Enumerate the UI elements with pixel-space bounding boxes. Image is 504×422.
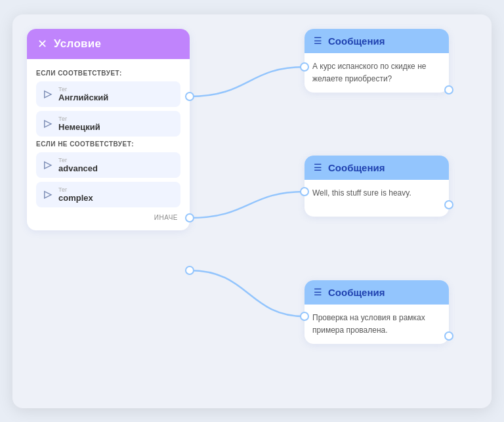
message-body-1: А курс испанского по скидке не желаете п… [304,53,449,93]
tag-type-4: Тег [58,186,93,193]
tag-item-advanced[interactable]: ▷ Тег advanced [36,152,180,178]
tag-name-complex: complex [58,193,93,203]
message-body-3: Проверка на условия в рамках примера про… [304,305,449,344]
tag-name-german: Немецкий [58,122,100,132]
tag-icon-2: ▷ [44,117,52,129]
condition-icon: ✕ [37,37,47,51]
if-matches-label: ЕСЛИ СООТВЕТСТВУЕТ: [36,70,180,77]
tag-name-advanced: advanced [58,163,98,173]
condition-node[interactable]: ✕ Условие ЕСЛИ СООТВЕТСТВУЕТ: ▷ Тег Англ… [27,29,190,230]
message-header-2: ☰ Сообщения [304,156,449,180]
svg-point-2 [186,266,194,274]
tag-name-english: Английский [58,93,108,102]
tag-type-2: Тег [58,116,100,122]
tag-icon-4: ▷ [44,188,52,200]
flow-canvas: ✕ Условие ЕСЛИ СООТВЕТСТВУЕТ: ▷ Тег Англ… [12,14,492,408]
message-node-3[interactable]: ☰ Сообщения Проверка на условия в рамках… [304,280,449,344]
message-node-1[interactable]: ☰ Сообщения А курс испанского по скидке … [304,29,449,93]
message-header-3: ☰ Сообщения [304,280,449,305]
message-icon-1: ☰ [314,35,322,46]
tag-item-complex[interactable]: ▷ Тег complex [36,182,180,207]
condition-title: Условие [54,37,101,51]
message-icon-2: ☰ [314,162,322,173]
if-not-matches-label: ЕСЛИ НЕ СООТВЕТСТВУЕТ: [36,140,180,148]
message-title-3: Сообщения [328,287,385,298]
tag-item-german[interactable]: ▷ Тег Немецкий [36,111,180,137]
else-label: ИНАЧЕ [36,214,180,221]
message-text-2: Well, this stuff sure is heavy. [312,188,411,198]
message-header-1: ☰ Сообщения [304,29,449,53]
condition-header: ✕ Условие [27,29,190,59]
tag-type: Тег [58,86,108,93]
tag-icon-3: ▷ [44,159,52,171]
message-text-3: Проверка на условия в рамках примера про… [312,313,425,335]
tag-icon: ▷ [44,88,52,100]
message-text-1: А курс испанского по скидке не желаете п… [312,62,426,83]
tag-type-3: Тег [58,157,98,163]
message-body-2: Well, this stuff sure is heavy. [304,180,449,217]
message-icon-3: ☰ [314,287,322,297]
condition-body: ЕСЛИ СООТВЕТСТВУЕТ: ▷ Тег Английский ▷ Т… [27,59,190,230]
message-title-1: Сообщения [328,35,385,47]
tag-item-english[interactable]: ▷ Тег Английский [36,81,180,107]
message-node-2[interactable]: ☰ Сообщения Well, this stuff sure is hea… [304,156,449,217]
message-title-2: Сообщения [328,162,385,173]
